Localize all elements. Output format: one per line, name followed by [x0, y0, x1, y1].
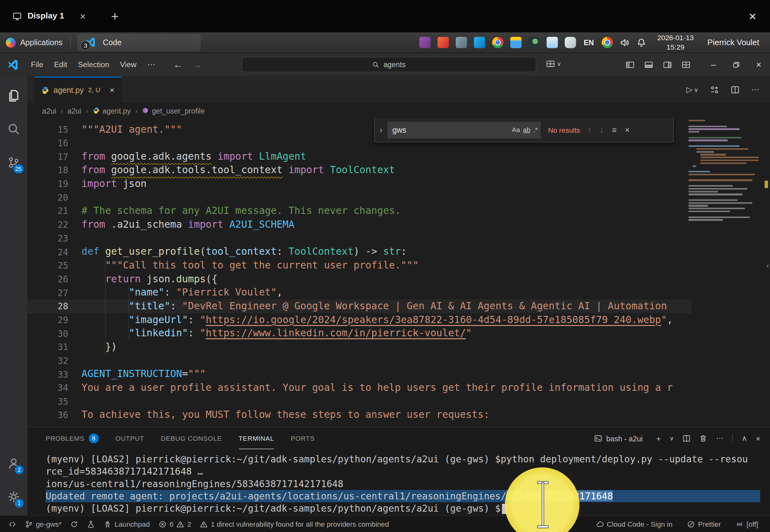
find-in-selection-toggle[interactable]: ≡ [612, 125, 617, 134]
menu-more[interactable]: ⋯ [142, 60, 160, 69]
terminal-line[interactable]: (myenv) [LOAS2] pierrick@pierrick:~/git/… [46, 453, 760, 465]
open-changes-icon[interactable] [710, 85, 719, 94]
code-line-18[interactable]: 18from google.adk.tools.tool_context imp… [28, 163, 692, 177]
menu-file[interactable]: File [25, 60, 49, 69]
code-line-32[interactable]: 32 [28, 354, 692, 367]
activitybar-source-control[interactable]: 25 [0, 146, 28, 179]
terminal-dropdown-chevron[interactable]: ∨ [670, 435, 674, 442]
new-terminal-button[interactable]: + [656, 434, 661, 443]
tray-clip-icon[interactable] [564, 37, 576, 48]
terminal-shell-selector[interactable]: bash - a2ui [595, 434, 643, 443]
customize-layout-icon[interactable] [682, 60, 690, 69]
menu-view[interactable]: View [115, 60, 142, 69]
terminal-line[interactable]: Updated remote agent: projects/a2ui-agen… [46, 490, 760, 502]
breadcrumb-symbol[interactable]: get_user_profile [142, 106, 205, 115]
regex-toggle[interactable]: .* [533, 126, 538, 133]
launchpad-button[interactable]: Launchpad [99, 520, 154, 528]
layout-control-button[interactable]: ∨ [546, 59, 561, 68]
browser-icon[interactable] [602, 37, 613, 48]
find-input[interactable]: gws Aa ab .* [388, 121, 541, 138]
code-line-33[interactable]: 33AGENT_INSTRUCTION=""" [28, 367, 692, 381]
panel-tab-terminal[interactable]: TERMINAL [238, 428, 274, 449]
toggle-secondary-sidebar-icon[interactable] [663, 60, 672, 69]
match-case-toggle[interactable]: Aa [512, 126, 520, 133]
tray-files-icon[interactable] [510, 37, 521, 48]
code-line-36[interactable]: 36To achieve this, you MUST follow these… [28, 408, 692, 422]
find-close-button[interactable]: × [625, 125, 630, 134]
new-display-tab-button[interactable]: + [111, 8, 119, 24]
sync-changes-button[interactable] [66, 520, 83, 528]
display-tab[interactable]: Display 1 × [0, 0, 94, 32]
code-line-26[interactable]: 26 return json.dumps({ [28, 272, 692, 286]
tray-display-icon[interactable] [546, 37, 558, 48]
activitybar-settings[interactable]: 1 [0, 480, 28, 513]
menu-selection[interactable]: Selection [72, 60, 115, 69]
volume-icon[interactable] [620, 38, 630, 47]
code-line-31[interactable]: 31 }) [28, 340, 692, 354]
code-line-34[interactable]: 34You are a user profile assistant. Your… [28, 381, 692, 395]
code-line-23[interactable]: 23 [28, 231, 692, 245]
display-tab-close-icon[interactable]: × [80, 11, 86, 22]
code-line-30[interactable]: 30 "linkedin": "https://www.linkedin.com… [28, 327, 692, 340]
minimap[interactable] [688, 120, 760, 222]
vulnerability-status[interactable]: 1 direct vulnerability found for all the… [195, 520, 393, 528]
screencast-status[interactable]: [off] [736, 520, 758, 528]
applications-menu-button[interactable]: Applications [0, 32, 68, 52]
editor-more-actions[interactable]: ⋯ [751, 85, 759, 94]
activitybar-search[interactable] [0, 112, 28, 146]
activitybar-explorer[interactable] [0, 79, 28, 112]
tray-app-icon-2[interactable] [437, 37, 449, 48]
split-terminal-icon[interactable] [683, 434, 691, 442]
terminal-line[interactable]: (myenv) [LOAS2] pierrick@pierrick:~/git/… [46, 502, 760, 514]
window-restore-button[interactable] [725, 53, 747, 76]
activitybar-account[interactable]: 2 [0, 447, 28, 480]
experiments-button[interactable] [83, 520, 99, 528]
notifications-bell-icon[interactable] [637, 38, 646, 47]
back-button[interactable]: ← [173, 59, 183, 70]
terminal-line[interactable]: rce_id=5834638717142171648 … [46, 465, 760, 478]
problems-status[interactable]: 6 2 [154, 520, 196, 528]
tray-screenshot-icon[interactable] [528, 37, 539, 48]
tab-agent-py[interactable]: agent.py 2, U × [35, 76, 122, 103]
clock[interactable]: 2026-01-13 15:29 [657, 34, 694, 51]
code-line-20[interactable]: 20 [28, 191, 692, 204]
close-panel-button[interactable]: × [756, 434, 760, 443]
command-center-search[interactable]: agents [242, 57, 536, 72]
terminal-line[interactable]: ions/us-central1/reasoningEngines/583463… [46, 478, 760, 490]
kill-terminal-trash-icon[interactable] [699, 434, 707, 442]
panel-tab-ports[interactable]: PORTS [291, 428, 315, 449]
whole-word-toggle[interactable]: ab [523, 126, 531, 133]
code-line-24[interactable]: 24def get_user_profile(tool_context: Too… [28, 245, 692, 258]
menu-edit[interactable]: Edit [49, 60, 72, 69]
tray-vscode-icon[interactable] [474, 37, 485, 48]
code-line-35[interactable]: 35 [28, 395, 692, 408]
find-next-button[interactable]: ↓ [600, 125, 604, 134]
chevron-left-icon[interactable]: ‹ [767, 261, 769, 270]
tab-close-icon[interactable]: × [110, 85, 115, 95]
code-line-29[interactable]: 29 "imageUrl": "https://io.google/2024/s… [28, 313, 692, 327]
git-branch-status[interactable]: ge-gws* [21, 520, 66, 528]
panel-more-actions[interactable]: ⋯ [716, 434, 723, 443]
forward-button[interactable]: → [192, 59, 202, 70]
window-minimize-button[interactable]: – [702, 53, 725, 76]
split-editor-icon[interactable] [731, 85, 740, 94]
breadcrumb-file[interactable]: agent.py [93, 106, 131, 115]
toggle-replace-chevron[interactable]: › [375, 125, 388, 134]
toggle-sidebar-icon[interactable] [626, 60, 634, 69]
breadcrumb-folder[interactable]: a2ui [67, 106, 81, 115]
chrome-icon[interactable] [492, 37, 503, 48]
code-line-25[interactable]: 25 """Call this tool to get the current … [28, 259, 692, 272]
terminal-output[interactable]: (myenv) [LOAS2] pierrick@pierrick:~/git/… [28, 449, 770, 514]
cloud-code-signin[interactable]: Cloud Code - Sign in [596, 520, 672, 528]
breadcrumb-folder[interactable]: a2ui [42, 106, 56, 115]
prettier-status[interactable]: Prettier [687, 520, 721, 528]
tray-app-icon-3[interactable] [456, 37, 467, 48]
remote-window-button[interactable] [4, 520, 21, 528]
window-close-button[interactable]: × [747, 53, 770, 76]
code-line-21[interactable]: 21# The schema for any A2UI message. Thi… [28, 204, 692, 218]
code-editor[interactable]: 15"""A2UI agent."""1617from google.adk.a… [28, 118, 770, 427]
code-line-28[interactable]: 28 "title": "DevRel Engineer @ Google Wo… [28, 300, 692, 313]
viewer-close-button[interactable]: × [749, 8, 756, 24]
tray-app-icon-1[interactable] [419, 37, 430, 48]
code-line-27[interactable]: 27 "name": "Pierrick Voulet", [28, 286, 692, 299]
